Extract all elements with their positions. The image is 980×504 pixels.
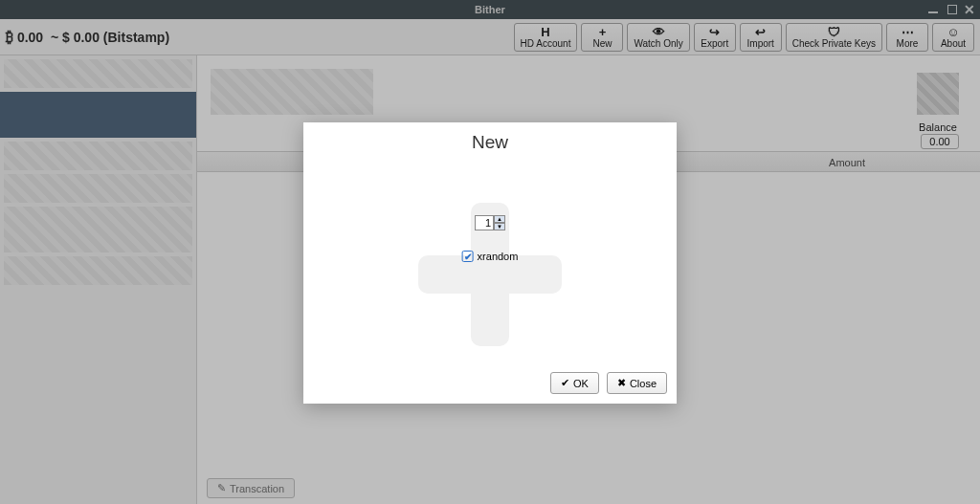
dialog-title: New bbox=[303, 122, 677, 153]
close-button[interactable]: ✖ Close bbox=[607, 372, 667, 394]
new-dialog: New ▲ ▼ ✔ xrandom ✔ OK ✖ Close bbox=[303, 122, 677, 404]
check-icon: ✔ bbox=[561, 377, 569, 389]
dialog-footer: ✔ OK ✖ Close bbox=[550, 372, 667, 394]
close-icon: ✖ bbox=[617, 377, 626, 389]
ok-label: OK bbox=[573, 378, 589, 389]
count-spinner[interactable]: ▲ ▼ bbox=[475, 215, 505, 230]
spinner-up-icon[interactable]: ▲ bbox=[494, 215, 505, 223]
xrandom-checkbox[interactable]: ✔ bbox=[462, 251, 474, 262]
ok-button[interactable]: ✔ OK bbox=[550, 372, 599, 394]
close-label: Close bbox=[630, 378, 657, 389]
xrandom-row[interactable]: ✔ xrandom bbox=[462, 251, 519, 262]
spinner-down-icon[interactable]: ▼ bbox=[494, 223, 505, 230]
count-input[interactable] bbox=[475, 215, 494, 230]
xrandom-label: xrandom bbox=[478, 251, 519, 262]
